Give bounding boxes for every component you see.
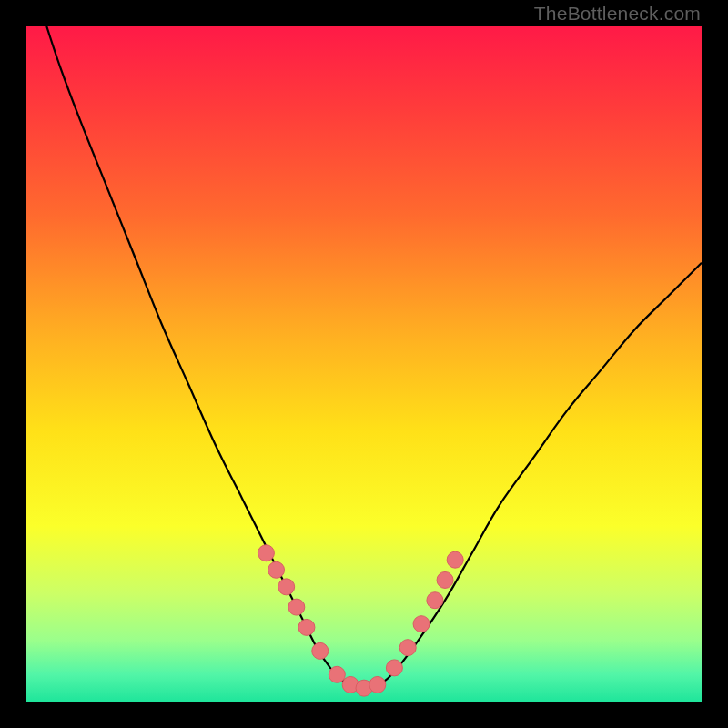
bottleneck-curve [46, 26, 702, 689]
chart-svg [26, 26, 702, 702]
data-marker [437, 571, 453, 588]
data-marker [386, 660, 402, 676]
data-marker [268, 561, 285, 578]
data-marker [298, 619, 315, 635]
data-marker [399, 640, 416, 656]
data-marker [447, 551, 463, 568]
data-marker [288, 599, 305, 615]
data-marker [329, 666, 345, 682]
plot-area [26, 26, 702, 702]
data-marker [258, 545, 274, 561]
data-marker [427, 592, 443, 609]
chart-frame: TheBottleneck.com [0, 0, 728, 728]
data-marker [369, 676, 386, 693]
data-marker [413, 616, 430, 632]
watermark-text: TheBottleneck.com [534, 3, 701, 25]
data-marker [278, 579, 295, 595]
data-marker [312, 642, 329, 659]
